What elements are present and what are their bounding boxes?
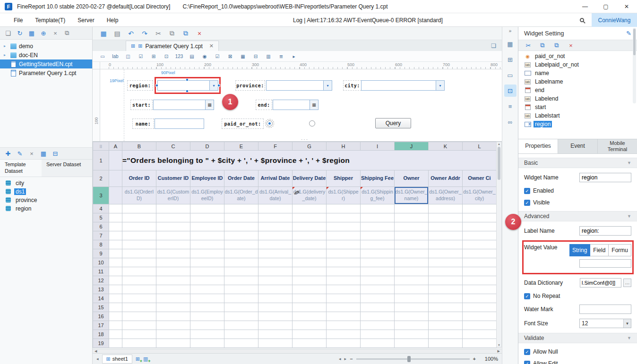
font-size-select[interactable]: 12 ▼ bbox=[579, 319, 631, 328]
sheet-cell[interactable] bbox=[429, 285, 463, 294]
region-combo-input[interactable] bbox=[157, 80, 210, 91]
zoom-slider[interactable] bbox=[356, 358, 470, 360]
sheet-cell[interactable] bbox=[327, 294, 361, 303]
header-cell[interactable]: Owner Ci bbox=[463, 170, 497, 187]
start-date-widget[interactable]: ▦ bbox=[153, 100, 214, 110]
province-label-widget[interactable]: province: bbox=[235, 80, 265, 91]
number-widget-icon[interactable]: ⊡ bbox=[161, 52, 172, 60]
sheet-cell[interactable] bbox=[327, 312, 361, 321]
region-combo-widget[interactable]: ▾ bbox=[157, 80, 218, 91]
expander-icon[interactable]: ▸ bbox=[4, 44, 8, 48]
sheet-cell[interactable] bbox=[190, 240, 224, 249]
select-all-corner[interactable]: ⠿ bbox=[93, 142, 109, 151]
widget-name-input[interactable] bbox=[579, 173, 631, 182]
enabled-checkbox[interactable]: ✓ bbox=[524, 188, 530, 194]
sheet-cell[interactable] bbox=[109, 240, 122, 249]
menu-item[interactable]: Server bbox=[71, 13, 100, 27]
sheet-cell[interactable] bbox=[156, 321, 190, 330]
sheet-cell[interactable] bbox=[429, 231, 463, 240]
column-header[interactable]: I bbox=[361, 142, 395, 151]
chart-widget-icon[interactable]: ▥ bbox=[263, 52, 274, 60]
delete-icon[interactable]: × bbox=[195, 30, 204, 37]
data-cell[interactable]: ds1.G(CustomerID) bbox=[156, 187, 190, 204]
sheet-cell[interactable] bbox=[156, 258, 190, 267]
sheet-cell[interactable] bbox=[395, 258, 429, 267]
selection-handle[interactable] bbox=[217, 84, 220, 87]
sheet-cell[interactable] bbox=[429, 249, 463, 258]
row-header[interactable]: 5 bbox=[93, 213, 109, 222]
sheet-cell[interactable] bbox=[190, 213, 224, 222]
delete-dataset-icon[interactable]: × bbox=[27, 150, 36, 157]
row-header[interactable]: 11 bbox=[93, 267, 109, 276]
sheet-cell[interactable] bbox=[395, 321, 429, 330]
sheet-cell[interactable] bbox=[190, 276, 224, 285]
zoom-out-icon[interactable]: − bbox=[350, 356, 353, 362]
combo-box-widget-icon[interactable]: ◫ bbox=[123, 52, 133, 60]
sheet-cell[interactable] bbox=[156, 204, 190, 213]
header-cell[interactable]: Shipper bbox=[327, 170, 361, 187]
sheet-cell[interactable] bbox=[122, 204, 156, 213]
collapse-panel-icon[interactable]: » bbox=[509, 28, 512, 34]
row-header[interactable]: 16 bbox=[93, 312, 109, 321]
header-cell[interactable]: Arrival Date bbox=[258, 170, 293, 187]
city-combo-input[interactable] bbox=[361, 80, 436, 91]
start-calendar-icon[interactable]: ▦ bbox=[206, 100, 214, 110]
sheet-cell[interactable] bbox=[190, 204, 224, 213]
column-header[interactable]: L bbox=[463, 142, 497, 151]
zoom-in-icon[interactable]: + bbox=[473, 356, 476, 362]
sheet-cell[interactable] bbox=[463, 294, 497, 303]
sheet-cell[interactable] bbox=[258, 213, 293, 222]
layout-switch-icon[interactable]: ❏ bbox=[491, 42, 496, 49]
sheet-cell[interactable] bbox=[395, 339, 429, 348]
sheet-cell[interactable] bbox=[463, 321, 497, 330]
end-label-widget[interactable]: end: bbox=[256, 100, 272, 110]
copy-icon[interactable]: ⧉ bbox=[168, 29, 176, 37]
section-advanced[interactable]: Advanced ▼ bbox=[518, 211, 637, 221]
section-basic[interactable]: Basic ▼ bbox=[518, 158, 637, 168]
sheet-cell[interactable] bbox=[361, 294, 395, 303]
hyperlink-icon[interactable]: ∞ bbox=[504, 116, 516, 128]
sheet-cell[interactable] bbox=[122, 285, 156, 294]
row-header[interactable]: 8 bbox=[93, 240, 109, 249]
sheet-cell[interactable] bbox=[156, 249, 190, 258]
close-button[interactable]: ✕ bbox=[616, 0, 637, 13]
data-dictionary-more-button[interactable]: … bbox=[623, 279, 631, 287]
sheet-cell[interactable] bbox=[122, 267, 156, 276]
redo-icon[interactable]: ↷ bbox=[140, 30, 149, 37]
sheet-cell[interactable] bbox=[224, 321, 258, 330]
sheet-cell[interactable] bbox=[327, 258, 361, 267]
template-theme-icon[interactable]: ▦ bbox=[99, 30, 108, 37]
row-header[interactable]: 14 bbox=[93, 294, 109, 303]
sheet-cell[interactable] bbox=[463, 213, 497, 222]
refresh-icon[interactable]: ↻ bbox=[16, 30, 24, 37]
paste-widget-icon[interactable]: ⧉ bbox=[552, 42, 561, 49]
column-header[interactable]: F bbox=[258, 142, 293, 151]
data-cell[interactable]: ds1.G(OrderID) bbox=[122, 187, 156, 204]
save-icon[interactable]: ▤ bbox=[113, 30, 121, 37]
dataset-item[interactable]: ds1 bbox=[0, 187, 92, 196]
name-text-input[interactable] bbox=[155, 119, 204, 129]
insert-chart-sheet-icon[interactable]: ▥ bbox=[143, 356, 148, 362]
report-title-cell[interactable]: ="Orders belonging to " + $city + ', ' +… bbox=[122, 151, 497, 170]
paid-radio-no[interactable] bbox=[309, 120, 315, 127]
sheet-cell[interactable] bbox=[395, 285, 429, 294]
sheet-cell[interactable] bbox=[109, 258, 122, 267]
sheet-cell[interactable] bbox=[463, 330, 497, 339]
sheet-cell[interactable] bbox=[224, 303, 258, 312]
scroll-right-icon[interactable]: ▶ bbox=[498, 349, 500, 353]
sheet-cell[interactable] bbox=[429, 276, 463, 285]
sheet-cell[interactable] bbox=[109, 231, 122, 240]
cut-widget-icon[interactable]: ✂ bbox=[524, 42, 533, 49]
sheet-cell[interactable] bbox=[361, 312, 395, 321]
delete-template-icon[interactable]: × bbox=[51, 30, 60, 37]
property-tab[interactable]: Event bbox=[558, 139, 598, 153]
sheet-cell[interactable] bbox=[122, 312, 156, 321]
sheet-cell[interactable] bbox=[224, 330, 258, 339]
sheet-cell[interactable] bbox=[109, 222, 122, 231]
city-label-widget[interactable]: city: bbox=[343, 80, 362, 91]
sheet-cell[interactable] bbox=[395, 267, 429, 276]
tree-item[interactable]: ▸ GettingStartedEN.cpt bbox=[0, 59, 92, 68]
column-header[interactable]: B bbox=[122, 142, 156, 151]
sheet-cell[interactable] bbox=[361, 258, 395, 267]
dataset-connection-icon[interactable]: ⊟ bbox=[51, 150, 60, 157]
